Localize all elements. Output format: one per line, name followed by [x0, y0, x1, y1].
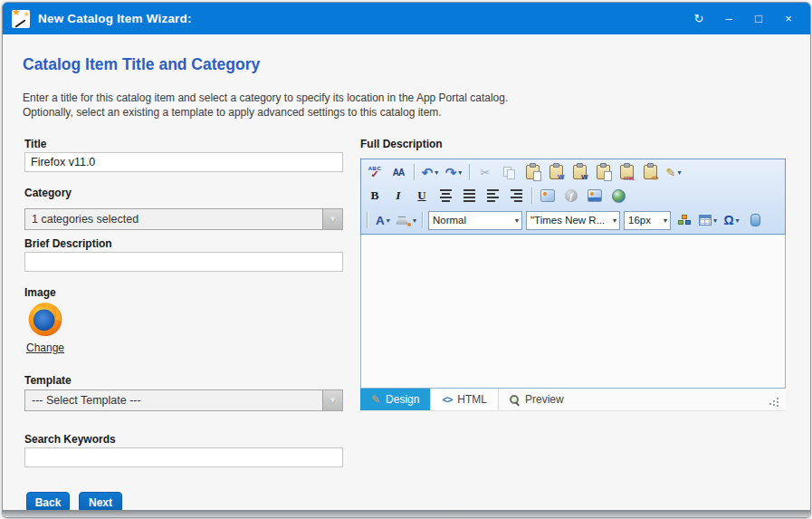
change-image-link[interactable]: Change: [26, 341, 64, 354]
paste-html-code-icon: <>: [644, 165, 657, 179]
intro-text: Enter a title for this catalog item and …: [23, 91, 508, 120]
template-select[interactable]: --- Select Template --- ▼: [24, 389, 343, 411]
hyperlink-manager-button[interactable]: [607, 186, 629, 206]
font-color-icon: A: [376, 214, 385, 227]
chevron-down-icon[interactable]: ▾: [661, 216, 670, 225]
underline-icon: U: [417, 188, 425, 203]
justify-button[interactable]: [458, 186, 480, 206]
rich-text-editor: ABC ✓ AA ↶ ▾ ↷ ▾: [360, 159, 786, 411]
window-controls: ↻ – □ ×: [692, 13, 801, 24]
justify-icon: [463, 189, 475, 202]
html-tag-icon: <>: [442, 394, 452, 405]
font-color-button[interactable]: A ▾: [372, 210, 394, 230]
paste-html-code-button[interactable]: <>: [639, 162, 661, 182]
title-input[interactable]: [24, 152, 343, 172]
resize-grip[interactable]: [769, 389, 786, 410]
category-select[interactable]: 1 categories selected ▼: [24, 208, 343, 230]
chevron-down-icon[interactable]: ▼: [322, 390, 342, 410]
intro-line-1: Enter a title for this catalog item and …: [23, 91, 508, 106]
wizard-app-icon: ★ ★: [12, 10, 30, 28]
brief-description-label: Brief Description: [24, 237, 112, 250]
toolbar-row-3: A ▾ ▾ Normal ▾ "Times New R... ▾: [363, 207, 783, 233]
align-left-icon: [487, 189, 499, 202]
wand-icon: [15, 19, 26, 27]
template-select-value: --- Select Template ---: [25, 394, 322, 407]
maximize-icon[interactable]: □: [751, 13, 766, 24]
format-stripper-button[interactable]: ✎ ▾: [663, 162, 684, 182]
copy-icon: [503, 167, 515, 178]
paint-bucket-icon: [396, 215, 411, 226]
copy-button[interactable]: [498, 162, 520, 182]
image-label: Image: [24, 286, 56, 299]
hyperlink-globe-icon: [612, 189, 626, 203]
insert-symbol-caret[interactable]: ▾: [736, 216, 740, 225]
editor-content-area[interactable]: [360, 235, 786, 389]
refresh-icon[interactable]: ↻: [692, 13, 706, 24]
paste-from-word-strip-icon: W: [573, 165, 587, 179]
italic-button[interactable]: I: [387, 186, 409, 206]
paste-as-html-button[interactable]: HTML: [616, 162, 637, 182]
insert-table-button[interactable]: ▾: [697, 210, 719, 230]
align-center-button[interactable]: [435, 186, 456, 206]
toolbar-row-2: B I U f: [363, 184, 783, 207]
tab-design[interactable]: ✎ Design: [360, 389, 430, 410]
brief-description-input[interactable]: [24, 252, 343, 272]
omega-symbol-icon: Ω: [723, 213, 733, 227]
align-left-button[interactable]: [482, 186, 503, 206]
image-manager-button[interactable]: [537, 186, 559, 206]
paste-plain-text-button[interactable]: [592, 162, 614, 182]
chevron-down-icon[interactable]: ▾: [610, 216, 619, 225]
minimize-icon[interactable]: –: [721, 13, 736, 24]
undo-button[interactable]: ↶ ▾: [419, 162, 441, 182]
insert-symbol-button[interactable]: Ω ▾: [721, 210, 742, 230]
table-icon: [699, 215, 712, 226]
module-manager-button[interactable]: [744, 210, 766, 230]
bold-button[interactable]: B: [364, 186, 386, 206]
tab-html[interactable]: <> HTML: [430, 389, 499, 410]
font-color-caret[interactable]: ▾: [387, 216, 390, 225]
paste-from-word-strip-button[interactable]: W: [568, 162, 590, 182]
undo-dropdown-caret[interactable]: ▾: [435, 168, 438, 177]
category-select-value: 1 categories selected: [25, 213, 322, 226]
category-label: Category: [24, 187, 72, 199]
font-name-combo[interactable]: "Times New R... ▾: [526, 211, 620, 230]
template-label: Template: [24, 374, 72, 387]
title-label: Title: [24, 138, 46, 150]
star-icon: ★: [24, 10, 30, 18]
paste-icon: [526, 165, 540, 179]
toolbar-separator: [422, 212, 423, 228]
chevron-down-icon[interactable]: ▾: [512, 216, 521, 225]
search-keywords-input[interactable]: [24, 447, 343, 467]
redo-dropdown-caret[interactable]: ▾: [458, 168, 462, 177]
close-icon[interactable]: ×: [781, 13, 796, 24]
format-stripper-caret[interactable]: ▾: [677, 168, 681, 177]
chevron-down-icon[interactable]: ▼: [322, 209, 342, 229]
format-painter-icon: ✎: [666, 166, 676, 179]
italic-icon: I: [396, 188, 400, 203]
find-replace-button[interactable]: AA: [387, 162, 409, 182]
toolbar-separator: [469, 164, 470, 180]
cut-button[interactable]: ✂: [474, 162, 496, 182]
redo-button[interactable]: ↷ ▾: [443, 162, 464, 182]
paste-button[interactable]: [521, 162, 543, 182]
apply-css-class-button[interactable]: [673, 210, 695, 230]
insert-table-caret[interactable]: ▾: [713, 216, 717, 225]
undo-icon: ↶: [422, 166, 434, 179]
css-class-blocks-icon: [678, 215, 692, 226]
firefox-logo-image: [26, 300, 64, 338]
font-size-combo[interactable]: 16px ▾: [624, 211, 671, 230]
paragraph-style-value: Normal: [429, 215, 512, 226]
paste-plain-text-icon: [597, 165, 610, 179]
tab-preview[interactable]: Preview: [499, 389, 575, 410]
underline-button[interactable]: U: [411, 186, 433, 206]
spellcheck-button[interactable]: ABC ✓: [364, 162, 386, 182]
media-manager-button[interactable]: [584, 186, 606, 206]
flash-manager-button[interactable]: f: [560, 186, 582, 206]
align-right-icon: [511, 189, 522, 202]
paste-as-html-icon: HTML: [620, 165, 634, 179]
align-right-button[interactable]: [505, 186, 527, 206]
background-color-caret[interactable]: ▾: [413, 216, 416, 225]
background-color-button[interactable]: ▾: [396, 210, 417, 230]
paste-from-word-button[interactable]: W: [545, 162, 567, 182]
paragraph-style-combo[interactable]: Normal ▾: [428, 211, 522, 230]
